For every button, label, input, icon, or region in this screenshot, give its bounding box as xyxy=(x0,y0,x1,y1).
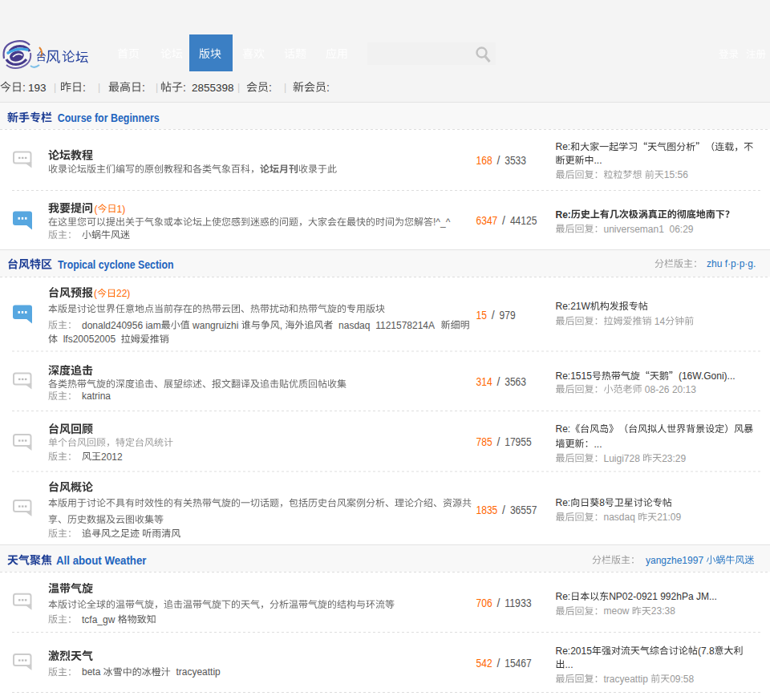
svg-text:|: | xyxy=(98,82,100,93)
svg-text:|: | xyxy=(284,82,286,93)
svg-text:17955: 17955 xyxy=(505,435,532,448)
svg-text:36557: 36557 xyxy=(510,504,537,516)
svg-text:Tropical cyclone Section: Tropical cyclone Section xyxy=(58,258,174,271)
svg-text:(7.8: (7.8 xyxy=(698,645,715,657)
svg-text:meow: meow xyxy=(604,605,630,617)
svg-text:|: | xyxy=(54,82,56,93)
svg-text:Luigi728: Luigi728 xyxy=(604,453,641,464)
svg-text:6347: 6347 xyxy=(476,214,498,227)
svg-text:nasdaq: nasdaq xyxy=(604,512,635,523)
svg-text:/: / xyxy=(496,154,500,167)
svg-text:706: 706 xyxy=(476,597,492,609)
svg-text::: : xyxy=(22,81,26,94)
svg-text:wangruizhi: wangruizhi xyxy=(192,320,238,331)
svg-text:3563: 3563 xyxy=(505,375,526,388)
svg-text:1121578214A: 1121578214A xyxy=(375,320,435,331)
svg-text:15: 15 xyxy=(476,309,488,322)
svg-text:|: | xyxy=(237,82,240,93)
svg-text:/: / xyxy=(496,597,500,609)
svg-text:Course for Beginners: Course for Beginners xyxy=(58,111,160,124)
svg-text:2855398: 2855398 xyxy=(192,82,234,94)
svg-text:nasdaq: nasdaq xyxy=(338,320,370,331)
svg-text:Re:1515: Re:1515 xyxy=(556,370,593,382)
svg-text:,: , xyxy=(280,320,282,331)
svg-text:lfs20052005: lfs20052005 xyxy=(63,334,116,345)
svg-text:14: 14 xyxy=(654,316,666,327)
svg-text:donald240956: donald240956 xyxy=(82,320,143,331)
svg-text:1): 1) xyxy=(117,204,126,215)
svg-text:168: 168 xyxy=(476,154,492,167)
svg-text:Re:: Re: xyxy=(556,209,571,221)
svg-text:/: / xyxy=(502,214,505,227)
svg-text:/: / xyxy=(496,435,500,448)
svg-text:08-26: 08-26 xyxy=(645,384,670,395)
svg-text:...: ... xyxy=(594,155,602,166)
svg-text:Re:: Re: xyxy=(556,423,571,435)
svg-text:15:56: 15:56 xyxy=(664,169,688,180)
svg-text:992hPa: 992hPa xyxy=(660,591,694,602)
svg-text:15467: 15467 xyxy=(505,657,532,670)
svg-text:542: 542 xyxy=(476,657,492,670)
svg-text:2012: 2012 xyxy=(101,451,123,463)
svg-text:katrina: katrina xyxy=(82,390,111,402)
svg-text:(16W.Goni)...: (16W.Goni)... xyxy=(679,370,736,382)
svg-text::: : xyxy=(326,81,330,94)
svg-text:Re:2015: Re:2015 xyxy=(556,645,593,657)
svg-text:universeman1: universeman1 xyxy=(604,224,665,235)
svg-text::: : xyxy=(142,81,145,94)
svg-text:22): 22) xyxy=(116,288,130,299)
svg-text:Re:21W: Re:21W xyxy=(556,301,591,312)
svg-text:44125: 44125 xyxy=(510,214,537,227)
svg-text::: : xyxy=(269,81,272,94)
svg-text:JM...: JM... xyxy=(696,591,717,602)
svg-text::: : xyxy=(83,81,86,94)
svg-text:All about Weather: All about Weather xyxy=(56,554,147,567)
svg-text:/: / xyxy=(492,309,495,322)
svg-text::: : xyxy=(183,81,186,94)
svg-text:tcfa_gw: tcfa_gw xyxy=(82,614,116,625)
svg-text:785: 785 xyxy=(476,435,492,448)
svg-text:NP02-0921: NP02-0921 xyxy=(609,591,658,602)
svg-text:Re:: Re: xyxy=(556,497,571,508)
svg-text:1835: 1835 xyxy=(476,504,498,516)
svg-text:314: 314 xyxy=(476,375,492,388)
svg-text:06:29: 06:29 xyxy=(670,224,694,235)
svg-text:(: ( xyxy=(94,288,97,299)
svg-text:Re:: Re: xyxy=(556,591,571,602)
svg-text:zhu: zhu xyxy=(707,258,722,269)
svg-text:|: | xyxy=(156,82,158,93)
svg-text:23:38: 23:38 xyxy=(651,605,675,617)
svg-text:yangzhe1997: yangzhe1997 xyxy=(646,555,703,566)
svg-text:8: 8 xyxy=(599,497,605,508)
svg-text:Re:: Re: xyxy=(556,141,571,152)
svg-text:193: 193 xyxy=(28,82,47,94)
svg-text:21:09: 21:09 xyxy=(657,512,681,523)
svg-text:iam: iam xyxy=(145,320,160,331)
svg-text:979: 979 xyxy=(500,309,516,322)
svg-text:/: / xyxy=(496,657,500,670)
svg-text:beta: beta xyxy=(82,666,101,678)
svg-text:11933: 11933 xyxy=(505,597,532,609)
svg-text:f·p·p·g.: f·p·p·g. xyxy=(725,258,756,269)
svg-text:20:13: 20:13 xyxy=(672,384,696,395)
svg-text:(: ( xyxy=(95,204,98,215)
svg-text:/: / xyxy=(496,375,500,388)
svg-text:...: ... xyxy=(565,659,573,670)
svg-text:3533: 3533 xyxy=(505,154,526,167)
svg-text:tracyeattip: tracyeattip xyxy=(604,674,649,685)
svg-text:23:29: 23:29 xyxy=(662,453,686,464)
svg-text:tracyeattip: tracyeattip xyxy=(176,666,221,678)
svg-text:/: / xyxy=(502,504,505,516)
svg-text:...: ... xyxy=(594,439,602,450)
svg-text:09:58: 09:58 xyxy=(670,674,694,685)
svg-text:!^_^: !^_^ xyxy=(433,216,451,228)
